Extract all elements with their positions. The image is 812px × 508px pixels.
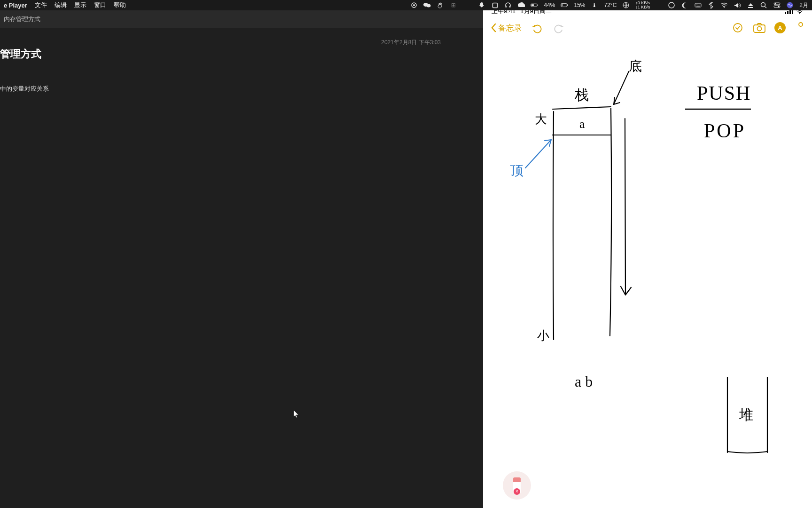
sketch-push-text: PUSH xyxy=(697,82,751,104)
chevron-left-icon xyxy=(491,23,496,32)
battery-percent: 44% xyxy=(544,2,555,8)
svg-point-20 xyxy=(774,3,776,5)
headphones-icon[interactable] xyxy=(504,1,512,9)
menu-file[interactable]: 文件 xyxy=(35,1,47,9)
bluetooth-icon[interactable] xyxy=(707,1,715,9)
svg-point-1 xyxy=(413,4,415,6)
left-notes-window: 内存管理方式 2021年2月8日 下午3:03 管理方式 中的变量对应关系 xyxy=(0,10,483,508)
svg-rect-4 xyxy=(492,3,497,8)
svg-rect-25 xyxy=(787,11,789,14)
drawing-canvas[interactable]: a 栈 大 小 顶 底 a xyxy=(483,39,812,508)
svg-rect-30 xyxy=(754,25,765,32)
sketch-big-label: 大 xyxy=(535,112,547,126)
camera-icon[interactable] xyxy=(753,21,766,34)
svg-rect-12 xyxy=(567,4,568,6)
note-timestamp: 2021年2月8日 下午3:03 xyxy=(381,39,441,47)
svg-point-31 xyxy=(757,27,762,31)
svg-rect-15 xyxy=(695,3,701,7)
svg-rect-9 xyxy=(538,5,538,6)
svg-line-33 xyxy=(553,107,611,109)
svg-point-16 xyxy=(724,7,725,8)
cloud-icon[interactable] xyxy=(517,1,525,9)
cpu-temp: 72°C xyxy=(604,2,617,8)
sketch-bottom-label: 底 xyxy=(629,59,642,73)
more-icon[interactable] xyxy=(794,21,807,34)
mouse-cursor-icon xyxy=(294,410,299,419)
svg-rect-5 xyxy=(506,6,507,8)
search-icon[interactable] xyxy=(760,1,767,9)
hand-icon[interactable] xyxy=(437,1,444,9)
markup-pen-button[interactable]: A xyxy=(774,22,786,33)
sketch-stack-label: 栈 xyxy=(574,87,589,103)
notes-toolbar: 备忘录 A xyxy=(483,17,812,39)
sketch-heap-label: 堆 xyxy=(739,407,753,422)
battery2-icon[interactable] xyxy=(561,1,568,9)
svg-point-18 xyxy=(761,3,765,7)
svg-point-29 xyxy=(734,24,742,32)
volume-icon[interactable] xyxy=(734,1,741,9)
svg-rect-6 xyxy=(509,6,511,8)
dnd-icon[interactable] xyxy=(668,1,675,9)
grid-icon[interactable]: ⊞ xyxy=(450,1,457,9)
menu-edit[interactable]: 编辑 xyxy=(55,1,67,9)
eraser-tool[interactable]: × xyxy=(503,471,531,500)
svg-rect-11 xyxy=(562,4,563,6)
back-button[interactable]: 备忘录 xyxy=(491,23,522,33)
sketch-pop-text: POP xyxy=(704,120,746,142)
tab-title[interactable]: 内存管理方式 xyxy=(4,15,40,24)
ipad-mirror: 上午9:41 1月9日周二 备忘录 A xyxy=(483,6,812,508)
redo-icon xyxy=(552,21,565,34)
menu-window[interactable]: 窗口 xyxy=(94,1,106,9)
sketch-cell-value: a xyxy=(579,117,585,131)
sketch-small-label: 小 xyxy=(537,329,549,342)
menubar-date[interactable]: 2月 xyxy=(799,1,808,9)
sketch-top-label: 顶 xyxy=(510,163,523,178)
svg-point-14 xyxy=(669,2,674,8)
menu-help[interactable]: 帮助 xyxy=(114,1,126,9)
net-speed: ↑0 KB/s ↓1 KB/s xyxy=(635,1,650,9)
back-label: 备忘录 xyxy=(498,23,522,33)
snapchat-icon[interactable] xyxy=(478,1,485,9)
mac-menubar: e Player 文件 编辑 显示 窗口 帮助 ⊞ 44% 15% 🌡 72°C… xyxy=(0,0,812,10)
note-body-line[interactable]: 中的变量对应关系 xyxy=(0,85,49,93)
svg-rect-24 xyxy=(785,12,786,14)
svg-point-22 xyxy=(778,6,779,8)
menu-view[interactable]: 显示 xyxy=(74,1,86,9)
svg-rect-8 xyxy=(531,4,534,6)
window-tabbar: 内存管理方式 xyxy=(0,10,483,28)
eject-icon[interactable] xyxy=(747,1,754,9)
sketch-ab-text: a b xyxy=(575,373,593,390)
battery-icon[interactable] xyxy=(531,1,538,9)
svg-point-28 xyxy=(799,13,800,14)
wifi-icon[interactable] xyxy=(720,1,728,9)
menu-app-name[interactable]: e Player xyxy=(4,2,27,9)
wechat-icon[interactable] xyxy=(423,1,431,9)
note-title[interactable]: 管理方式 xyxy=(0,47,41,61)
checklist-icon[interactable] xyxy=(731,21,744,34)
keyboard-icon[interactable] xyxy=(694,1,702,9)
moon-icon[interactable] xyxy=(681,1,688,9)
svg-point-3 xyxy=(427,4,431,8)
undo-icon[interactable] xyxy=(531,21,544,34)
svg-rect-17 xyxy=(748,7,753,8)
globe-icon[interactable] xyxy=(622,1,630,9)
svg-point-32 xyxy=(799,23,803,26)
close-badge-icon: × xyxy=(514,488,520,495)
battery2-percent: 15% xyxy=(574,2,585,8)
record-icon[interactable] xyxy=(410,1,418,9)
control-center-icon[interactable] xyxy=(773,1,781,9)
eraser-icon: × xyxy=(513,477,521,493)
square-icon[interactable] xyxy=(491,1,499,9)
siri-icon[interactable] xyxy=(786,1,794,9)
thermometer-icon[interactable]: 🌡 xyxy=(591,1,598,9)
